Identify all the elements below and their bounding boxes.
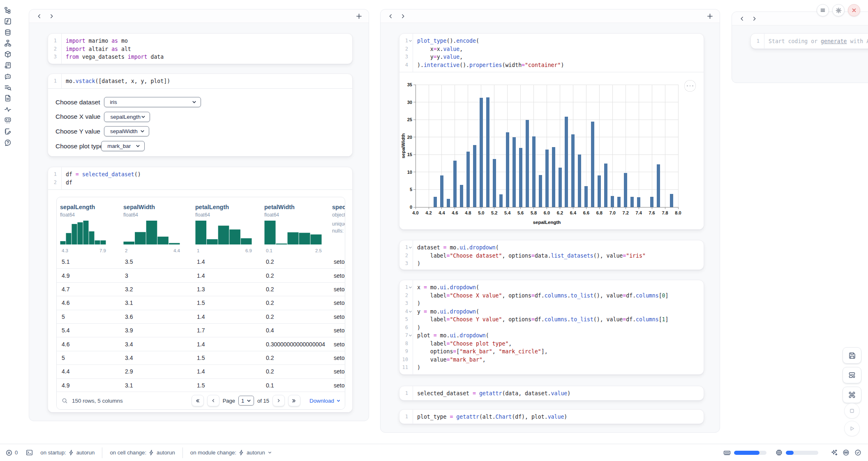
fold-spacer <box>57 37 61 45</box>
table-cell: 5.1 <box>62 258 69 265</box>
gutter-divider <box>413 410 413 424</box>
table-row[interactable]: 4.73.21.30.2setosa <box>57 283 345 296</box>
terminal-button[interactable] <box>26 449 33 456</box>
code-editor[interactable]: 1Start coding or generate with AI <box>751 34 868 49</box>
code-editor[interactable]: 1df = selected_dataset()2df <box>48 167 352 190</box>
scroll-left-button[interactable] <box>739 12 745 25</box>
copilot-button[interactable] <box>843 449 850 456</box>
runtime-config-item[interactable]: on cell change:autorun <box>110 449 175 456</box>
variables-search-icon[interactable] <box>4 84 12 91</box>
cell-vstack[interactable]: 1mo.vstack([dataset, x, y, plot])Choose … <box>48 74 353 157</box>
table-row[interactable]: 4.93.11.50.1setosa <box>57 379 345 392</box>
chart-menu-button[interactable] <box>684 80 696 92</box>
search-icon[interactable] <box>62 398 68 404</box>
snippets-icon[interactable] <box>4 117 12 124</box>
help-icon[interactable] <box>4 139 12 146</box>
code-editor[interactable]: 1plot_type().encode(2 x=x.value,3 y=y.va… <box>399 34 704 72</box>
settings-button[interactable] <box>832 4 845 16</box>
cell-dataframe[interactable]: 1df = selected_dataset()2dfsepalLengthfl… <box>48 167 353 413</box>
code-editor[interactable]: 1plot_type = getattr(alt.Chart(df), plot… <box>399 410 704 424</box>
code-editor[interactable]: 1x = mo.ui.dropdown(2 label="Choose X va… <box>399 280 704 375</box>
runtime-config-item[interactable]: on module change:autorun <box>190 449 272 456</box>
table-row[interactable]: 53.61.40.2setosa <box>57 310 345 324</box>
scratchpad-icon[interactable] <box>4 128 12 135</box>
code-editor[interactable]: 1selected_dataset = getattr(data, datase… <box>399 386 704 401</box>
table-row[interactable]: 4.42.91.40.2setosa <box>57 365 345 378</box>
column-header[interactable]: petalLength <box>195 204 229 210</box>
dropdown-select[interactable]: sepalWidth <box>104 126 149 136</box>
cell-plot[interactable]: 1plot_type().encode(2 x=x.value,3 y=y.va… <box>399 33 704 230</box>
kernel-status-icon[interactable] <box>854 449 861 456</box>
download-button[interactable]: Download <box>309 398 341 404</box>
table-row[interactable]: 5.43.91.70.4setosa <box>57 324 345 337</box>
svg-text:4.6: 4.6 <box>452 210 458 215</box>
ai-sparkles-button[interactable] <box>831 449 838 456</box>
code-editor[interactable]: 1dataset = mo.ui.dropdown(2 label="Choos… <box>399 240 704 270</box>
file-explorer-icon[interactable] <box>4 7 12 14</box>
ai-chat-icon[interactable] <box>4 73 12 80</box>
last-page-button[interactable] <box>288 395 300 406</box>
cell-xy-plot-dropdowns[interactable]: 1x = mo.ui.dropdown(2 label="Choose X va… <box>399 280 704 375</box>
scroll-right-button[interactable] <box>400 9 406 23</box>
column-header[interactable]: sepalWidth <box>123 204 155 210</box>
scroll-right-button[interactable] <box>752 12 757 25</box>
run-all-button[interactable] <box>844 421 860 436</box>
scroll-left-button[interactable] <box>388 9 393 23</box>
dropdown-select[interactable]: mark_bar <box>101 141 145 151</box>
packages-icon[interactable] <box>4 51 12 58</box>
table-cell: 4.9 <box>62 272 69 279</box>
add-cell-button[interactable] <box>707 9 713 23</box>
table-row[interactable]: 5.13.51.40.2setosa <box>57 255 345 269</box>
stop-execution-button[interactable] <box>844 403 860 419</box>
runtime-config-item[interactable]: on startup:autorun <box>40 449 95 456</box>
code-editor[interactable]: 1import marimo as mo2import altair as al… <box>48 34 352 64</box>
dependency-graph-icon[interactable] <box>4 39 12 47</box>
next-page-button[interactable] <box>272 395 285 406</box>
tracing-icon[interactable] <box>4 106 12 113</box>
prev-page-button[interactable] <box>207 395 219 406</box>
functions-icon[interactable] <box>4 18 12 25</box>
error-count[interactable]: 0 <box>6 449 18 456</box>
column-header[interactable]: species <box>332 204 345 210</box>
table-row[interactable]: 53.41.50.2setosa <box>57 351 345 365</box>
cell-plot-type[interactable]: 1plot_type = getattr(alt.Chart(df), plot… <box>399 409 704 424</box>
altair-bar-chart[interactable]: 4.04.24.44.64.85.05.25.45.65.86.06.26.46… <box>399 73 704 230</box>
code-editor[interactable]: 1mo.vstack([dataset, x, y, plot]) <box>48 74 352 89</box>
datasources-icon[interactable] <box>4 29 12 36</box>
bolt-icon <box>149 449 154 456</box>
save-notebook-button[interactable] <box>843 347 861 364</box>
column-header[interactable]: petalWidth <box>264 204 295 210</box>
first-page-button[interactable] <box>192 395 204 406</box>
table-row[interactable]: 4.63.41.40.30000000000000004setosa <box>57 337 345 351</box>
table-row[interactable]: 4.931.40.2setosa <box>57 269 345 282</box>
error-count-value: 0 <box>15 449 18 456</box>
table-row[interactable]: 4.63.11.50.2setosa <box>57 296 345 310</box>
token: as <box>108 46 118 52</box>
token: Start coding or <box>769 38 821 44</box>
notebook-menu-button[interactable] <box>817 4 829 16</box>
cell-imports[interactable]: 1import marimo as mo2import altair as al… <box>48 33 353 64</box>
table-cell: 0.2 <box>266 355 274 361</box>
command-palette-button[interactable] <box>843 387 861 403</box>
code-text: ).interactive().properties(width="contai… <box>413 61 704 69</box>
dropdown-select[interactable]: sepalLength <box>104 112 150 122</box>
code-text: y=y.value, <box>413 53 704 61</box>
token: vstack <box>76 78 95 84</box>
gutter-divider <box>61 34 62 64</box>
documentation-icon[interactable] <box>4 95 12 102</box>
dropdown-row: Choose Y valuesepalWidth <box>55 126 149 137</box>
token: , <box>508 341 512 347</box>
token: interactive <box>424 62 459 68</box>
dropdown-select[interactable]: iris <box>104 97 201 107</box>
cell-empty-scratch[interactable]: 1Start coding or generate with AI <box>750 33 868 49</box>
logs-icon[interactable] <box>4 62 12 69</box>
add-cell-button[interactable] <box>356 9 362 23</box>
column-header[interactable]: sepalLength <box>60 204 95 210</box>
cell-dataset-dropdown[interactable]: 1dataset = mo.ui.dropdown(2 label="Choos… <box>399 240 704 270</box>
scroll-right-button[interactable] <box>49 9 54 23</box>
close-panel-button[interactable] <box>848 4 860 16</box>
page-select[interactable]: 1 <box>238 396 254 406</box>
layout-toggle-button[interactable] <box>843 367 861 383</box>
cell-selected-dataset[interactable]: 1selected_dataset = getattr(data, datase… <box>399 386 704 401</box>
scroll-left-button[interactable] <box>37 9 42 23</box>
